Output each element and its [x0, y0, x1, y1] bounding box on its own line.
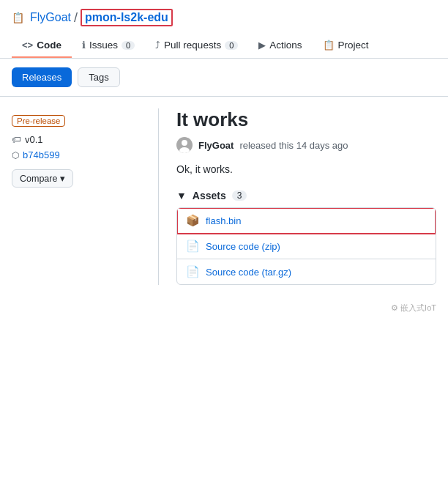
assets-list: 📦 flash.bin 📄 Source code (zip) 📄 Source… — [176, 207, 436, 285]
tab-code[interactable]: <> Code — [12, 34, 72, 58]
file-icon-zip: 📄 — [186, 240, 200, 253]
tab-pull-requests[interactable]: ⤴ Pull requests 0 — [145, 34, 248, 58]
svg-point-1 — [182, 140, 187, 146]
tag-icon: 🏷 — [12, 134, 21, 145]
package-icon: 📦 — [186, 214, 200, 227]
watermark-text: 嵌入式IoT — [400, 303, 436, 312]
tab-pr-label: Pull requests — [164, 40, 221, 51]
tags-button[interactable]: Tags — [78, 67, 119, 87]
pr-icon: ⤴ — [155, 40, 160, 51]
tab-actions-label: Actions — [269, 40, 302, 51]
release-author[interactable]: FlyGoat — [198, 140, 234, 151]
assets-header: ▼ Assets 3 — [176, 190, 436, 201]
release-meta: FlyGoat released this 14 days ago — [176, 137, 436, 153]
projects-icon: 📋 — [323, 40, 335, 51]
sub-header: Releases Tags — [0, 59, 448, 97]
compare-button[interactable]: Compare ▾ — [12, 169, 73, 188]
repo-icon: 📋 — [12, 12, 24, 23]
breadcrumb-separator: / — [74, 10, 78, 26]
release-description: Ok, it works. — [176, 163, 436, 175]
commit-row: ⬡ b74b599 — [12, 149, 143, 160]
breadcrumb-owner[interactable]: FlyGoat — [30, 11, 71, 24]
avatar — [176, 137, 193, 153]
version-label[interactable]: v0.1 — [25, 134, 43, 145]
flash-bin-link[interactable]: flash.bin — [206, 215, 241, 226]
actions-icon: ▶ — [258, 40, 266, 51]
tab-issues[interactable]: ℹ Issues 0 — [72, 34, 145, 58]
tab-projects-label: Project — [338, 40, 369, 51]
commit-link[interactable]: b74b599 — [23, 149, 60, 160]
page-header: 📋 FlyGoat / pmon-ls2k-edu <> Code ℹ Issu… — [0, 0, 448, 59]
watermark: ⚙ 嵌入式IoT — [0, 297, 448, 319]
commit-icon: ⬡ — [12, 150, 19, 160]
chevron-down-icon: ▾ — [60, 173, 65, 184]
releases-button[interactable]: Releases — [12, 67, 72, 87]
watermark-icon: ⚙ — [391, 303, 398, 312]
assets-count-badge: 3 — [232, 190, 247, 201]
release-title: It works — [176, 108, 436, 131]
file-icon-tar: 📄 — [186, 265, 200, 278]
assets-label: Assets — [193, 190, 226, 201]
release-time-meta: released this 14 days ago — [239, 140, 348, 151]
triangle-icon: ▼ — [176, 190, 187, 201]
asset-source-tar: 📄 Source code (tar.gz) — [177, 259, 436, 284]
source-tar-link[interactable]: Source code (tar.gz) — [206, 267, 291, 278]
issues-icon: ℹ — [82, 40, 86, 51]
release-sidebar: Pre-release 🏷 v0.1 ⬡ b74b599 Compare ▾ — [12, 108, 158, 285]
code-icon: <> — [22, 40, 33, 51]
tab-issues-label: Issues — [89, 40, 118, 51]
main-content: Pre-release 🏷 v0.1 ⬡ b74b599 Compare ▾ I… — [0, 97, 448, 297]
asset-flash-bin: 📦 flash.bin — [177, 208, 436, 234]
nav-tabs: <> Code ℹ Issues 0 ⤴ Pull requests 0 ▶ A… — [12, 34, 436, 58]
release-body: It works FlyGoat released this 14 days a… — [158, 108, 436, 285]
version-row: 🏷 v0.1 — [12, 134, 143, 145]
pre-release-badge: Pre-release — [12, 115, 65, 127]
pr-badge: 0 — [225, 41, 238, 50]
tab-code-label: Code — [37, 40, 61, 51]
asset-source-zip: 📄 Source code (zip) — [177, 234, 436, 259]
tab-actions[interactable]: ▶ Actions — [248, 34, 312, 58]
source-zip-link[interactable]: Source code (zip) — [206, 241, 280, 252]
breadcrumb-repo[interactable]: pmon-ls2k-edu — [81, 9, 173, 26]
tab-projects[interactable]: 📋 Project — [313, 34, 379, 58]
compare-label: Compare — [20, 174, 57, 184]
breadcrumb: 📋 FlyGoat / pmon-ls2k-edu — [12, 9, 436, 26]
issues-badge: 0 — [122, 41, 135, 50]
